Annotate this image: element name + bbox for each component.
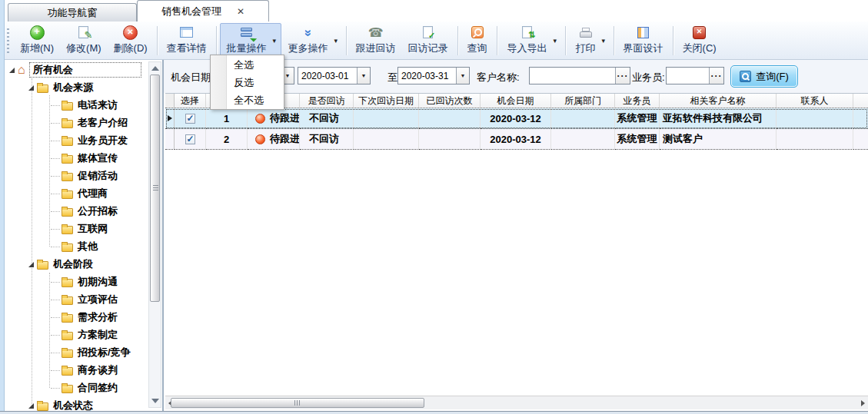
folder-icon [37, 261, 48, 270]
tree-item-stage[interactable]: 机会阶段 [5, 256, 93, 273]
expander-icon[interactable] [28, 262, 34, 267]
tree-item[interactable]: 老客户介绍 [5, 114, 128, 131]
date-to-combo[interactable]: 2020-03-31 [397, 67, 470, 84]
panel-splitter[interactable] [163, 60, 164, 411]
menu-item-select-all[interactable]: 全选 [211, 56, 284, 74]
tree-connector [51, 229, 60, 230]
tree-item[interactable]: 媒体宣传 [5, 150, 118, 167]
row-indicator-header [165, 94, 175, 108]
expander-icon[interactable] [9, 68, 15, 73]
tree-item[interactable]: 促销活动 [5, 167, 118, 184]
query-button[interactable]: 查询(F) [730, 65, 798, 88]
close-button[interactable]: 关闭(C) [677, 24, 723, 58]
details-icon [179, 25, 195, 39]
tree-item[interactable]: 互联网 [5, 220, 108, 237]
import-export-button[interactable]: 导入导出 [501, 24, 554, 58]
query-toolbar-button[interactable]: 查询 [461, 24, 494, 58]
tree-item[interactable]: 电话来访 [5, 97, 118, 114]
scroll-down-icon[interactable] [151, 399, 159, 403]
combo-dropdown-icon[interactable] [357, 68, 370, 84]
row-checkbox[interactable] [185, 134, 195, 144]
visit-count-cell [419, 129, 481, 150]
row-checkbox[interactable] [185, 114, 195, 124]
table-row[interactable]: 1 待跟进 不回访 2020-03-12 系统管理 亚拓软件科技有限公司 [165, 108, 868, 129]
tree-item[interactable]: 代理商 [5, 185, 108, 202]
tab-function-nav[interactable]: 功能导航窗 [8, 3, 137, 22]
batch-operations-button[interactable]: 批量操作 [221, 24, 273, 58]
column-header-visit-count[interactable]: 已回访次数 [419, 94, 481, 108]
folder-icon [62, 137, 73, 146]
tree-item[interactable]: 需求分析 [5, 309, 118, 326]
expander-icon[interactable] [28, 403, 34, 409]
chevron-down-icon[interactable] [273, 24, 281, 58]
table-horizontal-scrollbar[interactable] [165, 396, 868, 409]
tree-item[interactable]: 初期沟通 [5, 273, 118, 290]
tree-item-status[interactable]: 机会状态 [5, 397, 93, 411]
table-row[interactable]: 2 待跟进 不回访 2020-03-12 系统管理 测试客户 [165, 129, 868, 150]
tree-connector [51, 353, 60, 353]
column-header-customer[interactable]: 相关客户名称 [660, 94, 777, 108]
view-details-button[interactable]: 查看详情 [161, 24, 213, 58]
tree-item-source[interactable]: 机会来源 [5, 79, 93, 96]
chevron-down-icon[interactable] [554, 24, 561, 58]
tree-item[interactable]: 方案制定 [5, 326, 118, 343]
chevron-down-icon[interactable] [602, 24, 610, 58]
add-button[interactable]: 新增(N) [14, 24, 60, 58]
delete-button-label: 删除(D) [114, 41, 148, 55]
tree-item[interactable]: 商务谈判 [5, 362, 118, 379]
scroll-up-icon[interactable] [151, 66, 159, 71]
column-header-contact[interactable]: 联系人 [777, 94, 853, 108]
column-header-revisit[interactable]: 是否回访 [300, 94, 354, 108]
query-button-label: 查询(F) [756, 70, 789, 84]
ellipsis-button[interactable] [709, 68, 723, 84]
row-arrow-icon [168, 115, 172, 121]
menu-item-invert-selection[interactable]: 反选 [211, 74, 284, 91]
chevron-down-icon[interactable] [334, 24, 342, 58]
print-button[interactable]: 打印 [570, 24, 602, 58]
salesman-input[interactable] [666, 67, 724, 84]
folder-icon [62, 296, 73, 305]
scrollbar-thumb[interactable] [171, 398, 424, 408]
more-operations-button[interactable]: 更多操作 [282, 24, 334, 58]
tree-item-all-opportunities[interactable]: ⌂ 所有机会 [5, 61, 141, 78]
salesman-cell: 系统管理 [615, 129, 660, 150]
column-header-select[interactable]: 选择 [175, 94, 206, 108]
column-header-department[interactable]: 所属部门 [551, 94, 615, 108]
delete-button[interactable]: 删除(D) [108, 24, 154, 58]
close-tab-icon[interactable]: ✕ [237, 7, 244, 16]
batch-operations-icon [239, 25, 254, 39]
edit-button[interactable]: 修改(M) [60, 24, 108, 58]
customer-input[interactable] [529, 67, 630, 84]
batch-operations-menu: 全选 反选 全不选 [210, 55, 284, 110]
tree-item-label: 机会状态 [53, 399, 93, 411]
tree-vertical-scrollbar[interactable] [148, 61, 161, 408]
tab-sales-opportunity[interactable]: 销售机会管理 ✕ [137, 0, 269, 22]
tree-item[interactable]: 其他 [5, 238, 98, 255]
tree-item[interactable]: 招投标/竞争 [5, 344, 131, 361]
follow-up-visit-button[interactable]: 跟进回访 [350, 24, 402, 58]
visit-record-button[interactable]: 回访记录 [402, 24, 454, 58]
ui-design-button[interactable]: 界面设计 [617, 24, 670, 58]
tree-item[interactable]: 业务员开发 [5, 132, 128, 149]
tree-item[interactable]: 合同签约 [5, 379, 118, 396]
date-filter-label: 机会日期: [171, 71, 214, 84]
folder-icon [62, 173, 73, 181]
column-header-salesman[interactable]: 业务员 [615, 94, 660, 108]
current-row-indicator [165, 108, 175, 129]
toolbar-grip[interactable] [7, 28, 9, 53]
expander-icon[interactable] [28, 85, 34, 91]
customer-cell: 亚拓软件科技有限公司 [660, 108, 777, 129]
column-header-next-visit-date[interactable]: 下次回访日期 [354, 94, 419, 108]
column-header-opportunity-date[interactable]: 机会日期 [481, 94, 551, 108]
tree-scrollbar-thumb[interactable] [150, 75, 160, 302]
tree-item-label: 合同签约 [78, 381, 118, 395]
scroll-right-icon[interactable] [861, 400, 865, 406]
menu-item-select-none[interactable]: 全不选 [211, 91, 284, 109]
ellipsis-button[interactable] [615, 68, 630, 84]
row-select-cell [175, 108, 206, 129]
tree-item[interactable]: 立项评估 [5, 291, 118, 308]
date-from-combo[interactable]: 2020-03-01 [298, 67, 371, 84]
folder-icon [37, 84, 48, 93]
tree-item[interactable]: 公开招标 [5, 203, 118, 220]
combo-dropdown-icon[interactable] [456, 68, 469, 84]
